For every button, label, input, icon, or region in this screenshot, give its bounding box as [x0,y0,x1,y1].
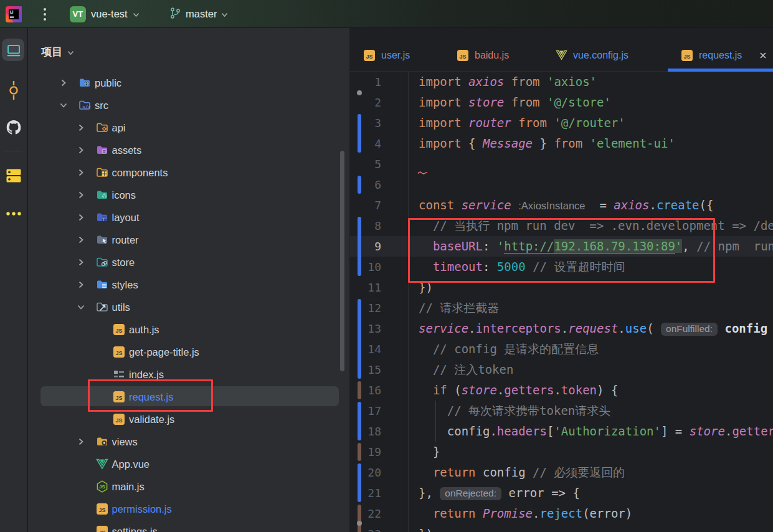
chevron-right-icon[interactable] [77,116,96,139]
code-line-7[interactable]: const service :AxiosInstance = axios.cre… [419,195,713,216]
project-widget[interactable]: VT vue-test [70,0,140,28]
github-icon[interactable] [6,120,21,135]
commit-tool-icon[interactable] [7,80,21,100]
tree-item-get-page-title.js[interactable]: JSget-page-title.js [28,341,349,363]
chevron-right-icon[interactable] [77,206,96,229]
vcs-change-bar[interactable] [358,114,361,153]
token-com: // 必须要返回的 [533,465,625,479]
vcs-change-bar[interactable] [358,505,361,532]
vcs-change-bar[interactable] [358,176,361,194]
code-line-2[interactable]: import store from '@/store' [419,92,611,113]
chevron-right-icon[interactable] [60,72,78,94]
code-line-19[interactable]: } [419,442,440,462]
tree-item-src[interactable]: </>src [28,94,349,116]
token-pl: . [468,321,475,335]
token-id: router [468,116,511,130]
token-pl: ({ [699,198,714,212]
vcs-change-bar[interactable] [358,299,361,379]
tree-item-settings.js[interactable]: JSsettings.js [28,520,349,532]
code-line-3[interactable]: import router from '@/router' [419,113,625,133]
chevron-right-icon[interactable] [77,229,96,251]
ide-logo-icon[interactable]: IJ [5,0,22,28]
vcs-change-bar[interactable] [358,443,361,461]
code-line-21[interactable]: }, onRejected: error => { [419,483,580,503]
token-id: store [462,383,497,397]
token-kw: from [511,95,540,109]
chevron-right-icon[interactable] [77,139,96,161]
project-tool-icon[interactable] [6,43,21,58]
vcs-change-bar[interactable] [358,217,361,276]
more-tools-icon[interactable] [6,211,22,216]
vcs-change-bar[interactable] [358,463,361,502]
tab-baidu.js[interactable]: JSbaidu.js [457,28,509,69]
tree-item-permission.js[interactable]: JSpermission.js [28,498,349,520]
code-line-12[interactable]: // 请求拦截器 [419,298,499,318]
tree-item-store[interactable]: store [28,251,349,273]
tree-item-main.js[interactable]: JSmain.js [28,475,349,498]
code-line-14[interactable]: // config 是请求的配置信息 [419,339,599,359]
token-pl: ) { [597,383,618,397]
code-line-16[interactable]: if (store.getters.token) { [419,380,618,401]
vcs-change-bar[interactable] [358,381,361,399]
main-menu-kebab-icon[interactable] [40,0,50,28]
chevron-down-icon [221,9,228,20]
code-line-17[interactable]: // 每次请求携带token请求头 [419,401,610,421]
tree-item-icons[interactable]: icons [28,184,349,206]
token-fn: create [657,198,699,212]
code-line-4[interactable]: import { Message } from 'element-ui' [419,133,675,154]
code-line-23[interactable]: }) [419,524,433,532]
tab-user.js[interactable]: JSuser.js [363,28,410,69]
chevron-down-icon[interactable] [60,94,78,116]
folder-layout-icon [96,211,108,224]
svg-text:IJ: IJ [10,10,14,14]
tree-item-public[interactable]: public [28,72,349,94]
tree-item-label: router [112,234,139,246]
project-panel-scrollbar[interactable] [340,151,344,371]
tree-item-utils[interactable]: utils [28,296,349,318]
chevron-spacer [77,498,96,520]
token-fn: reject [540,506,583,520]
tree-item-router[interactable]: router [28,229,349,251]
tab-vue.config.js[interactable]: vue.config.js [556,28,628,69]
token-com: // 注入token [433,363,514,376]
code-editor[interactable]: 1import axios from 'axios'2import store … [350,72,773,532]
token-pl: . [649,198,656,212]
chevron-right-icon[interactable] [77,184,96,206]
branch-widget[interactable]: master [169,0,228,28]
project-avatar: VT [70,6,86,22]
tree-item-App.vue[interactable]: App.vue [28,453,349,475]
tree-item-label: validate.js [129,414,174,425]
chevron-right-icon[interactable] [77,161,96,184]
token-pl: (error) [582,506,632,520]
chevron-spacer [77,475,96,498]
tree-item-views[interactable]: views [28,430,349,453]
code-line-1[interactable]: import axios from 'axios' [419,72,597,92]
tree-item-auth.js[interactable]: JSauth.js [28,318,349,341]
tab-request.js[interactable]: JSrequest.js [681,28,767,69]
services-tool-icon[interactable] [6,168,21,183]
tree-item-components[interactable]: components [28,161,349,184]
code-line-22[interactable]: return Promise.reject(error) [419,503,632,524]
chevron-spacer [94,341,113,363]
tree-item-layout[interactable]: layout [28,206,349,229]
code-line-13[interactable]: service.interceptors.request.use( onFulf… [419,318,773,339]
token-str: 'element-ui' [590,136,675,150]
close-tab-icon[interactable] [759,51,767,60]
vcs-change-bar[interactable] [358,402,361,440]
line-number: 4 [350,133,381,154]
project-panel-header[interactable]: 项目 [28,28,349,70]
chevron-right-icon[interactable] [77,430,96,453]
chevron-down-icon[interactable] [77,296,96,318]
token-pl [547,116,554,130]
tree-item-label: get-page-title.js [129,346,199,358]
chevron-right-icon[interactable] [77,273,96,296]
code-line-20[interactable]: return config // 必须要返回的 [419,462,625,483]
code-line-18[interactable]: config.headers['Authorization'] = store.… [419,421,773,442]
code-line-15[interactable]: // 注入token [419,359,513,380]
tree-item-assets[interactable]: assets [28,139,349,161]
chevron-right-icon[interactable] [77,251,96,273]
line-number: 7 [350,195,381,216]
tree-item-styles[interactable]: styles [28,273,349,296]
tree-item-api[interactable]: api [28,116,349,139]
vue-icon [96,458,108,470]
